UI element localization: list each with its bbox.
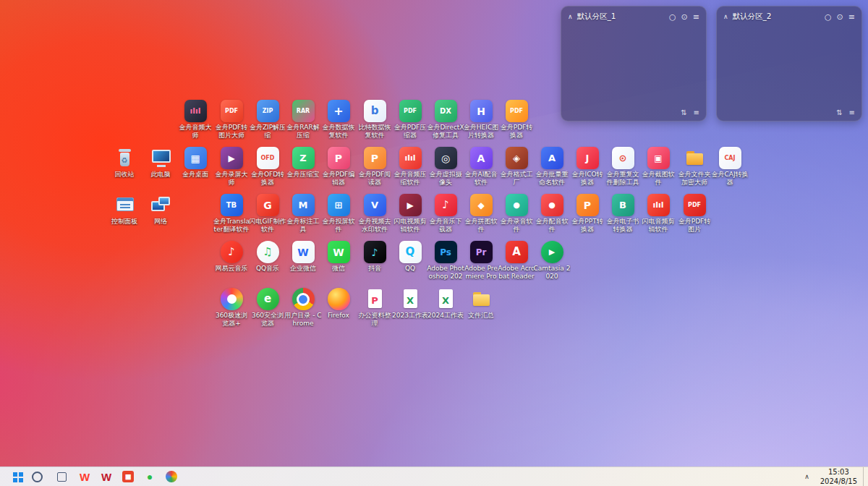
desktop-icon[interactable]: M 金舟标注工具 xyxy=(284,194,322,234)
desktop-icon-acrobat[interactable]: A Adobe Acrobat Reader xyxy=(498,241,535,281)
desktop-icon[interactable]: V 金舟视频去水印软件 xyxy=(356,194,393,234)
desktop-icon-wechat[interactable]: W 微信 xyxy=(320,241,357,273)
desktop-icon[interactable]: ▣ 金舟截图软件 xyxy=(639,147,677,187)
desktop-icon[interactable]: 金舟文件夹加密大师 xyxy=(676,147,713,187)
desktop-icon[interactable]: + 金舟数据恢复软件 xyxy=(320,100,357,140)
colorful-browser-icon xyxy=(166,471,177,482)
desktop-icon[interactable]: ▦ 金舟桌面 xyxy=(176,147,214,179)
app-icon: b xyxy=(364,100,386,122)
desktop-icon-label: 金舟音频大师 xyxy=(176,124,214,140)
panel-locate-icon[interactable]: ⊙ xyxy=(681,12,688,22)
desktop-icon-wecom[interactable]: W 企业微信 xyxy=(284,241,322,273)
desktop-icon-douyin[interactable]: ♪ 抖音 xyxy=(356,241,393,273)
taskbar-wps-office-button[interactable]: W xyxy=(95,467,117,486)
desktop-icon[interactable]: H 金舟HEIC图片转换器 xyxy=(462,100,500,140)
desktop-icon[interactable]: RAR 金舟RAR解压缩 xyxy=(284,100,322,140)
desktop-icon[interactable]: ◎ 金舟虚拟摄像头 xyxy=(427,147,464,187)
desktop-icon[interactable]: ▶ 闪电视频剪辑软件 xyxy=(391,194,429,234)
green-browser-icon: ● xyxy=(147,471,153,482)
desktop-icon[interactable]: P 办公资料整理 xyxy=(356,288,393,328)
desktop-icon-qq-music[interactable]: ♫ QQ音乐 xyxy=(249,241,286,273)
taskbar-wps-writer-button[interactable]: W xyxy=(74,467,95,486)
desktop-icon[interactable]: ılıl 金舟音频大师 xyxy=(176,100,214,140)
desktop-icon-label: 企业微信 xyxy=(284,265,322,273)
taskbar-colorful-browser-button[interactable] xyxy=(161,467,182,486)
desktop-icon-browser-360-speed[interactable]: 360极速浏览器+ xyxy=(213,288,250,328)
search-button[interactable] xyxy=(25,467,49,486)
desktop-icon[interactable]: TB 金舟Translater翻译软件 xyxy=(213,194,250,234)
desktop-icon-premiere[interactable]: Pr Adobe Premiere Pro xyxy=(462,241,500,281)
desktop-icon[interactable]: ZIP 金舟ZIP解压缩 xyxy=(249,100,286,140)
desktop-icon[interactable]: B 金舟电子书转换器 xyxy=(604,194,642,234)
taskbar-red-app-button[interactable]: ▦ xyxy=(117,467,139,486)
desktop-icon[interactable]: ◆ 金舟拼图软件 xyxy=(462,194,500,234)
desktop-icon[interactable]: OFD 金舟OFD转换器 xyxy=(249,147,286,187)
desktop-icon[interactable]: ◈ 金舟格式工厂 xyxy=(498,147,535,187)
desktop-icon[interactable]: b 比特数据恢复软件 xyxy=(356,100,393,140)
desktop-icon-browser-360-safe[interactable]: e 360安全浏览器 xyxy=(249,288,286,328)
desktop-icon[interactable]: P 金舟PPT转换器 xyxy=(569,194,606,234)
show-desktop-button[interactable] xyxy=(863,467,868,486)
desktop-icon-chrome[interactable]: 用户目录 - Chrome xyxy=(284,288,322,328)
desktop-icon[interactable]: G 闪电GIF制作软件 xyxy=(249,194,286,234)
desktop-icon[interactable]: P 金舟PDF编辑器 xyxy=(320,147,357,187)
desktop-icon[interactable]: ● 金舟配音软件 xyxy=(533,194,571,234)
desktop-icon[interactable]: A 金舟批量重命名软件 xyxy=(533,147,571,187)
panel-layout-icon[interactable]: ≡ xyxy=(849,108,855,116)
desktop-icon[interactable]: DX 金舟DirectX修复工具 xyxy=(427,100,464,140)
desktop-icon[interactable]: ⊙ 金舟重复文件删除工具 xyxy=(604,147,642,187)
partition-panel-1[interactable]: ∧ 默认分区_1 ○ ⊙ ≡ ⇅ ≡ xyxy=(561,6,707,122)
desktop-icon[interactable]: 文件汇总 xyxy=(462,288,500,320)
desktop-icon[interactable]: ● 金舟录音软件 xyxy=(498,194,535,234)
desktop-icon[interactable]: X 2023工作表 xyxy=(391,288,429,320)
desktop-icon[interactable]: PDF 金舟PDF转图片大师 xyxy=(213,100,250,140)
desktop-icon[interactable]: PDF 金舟PDF转换器 xyxy=(498,100,535,140)
task-view-button[interactable] xyxy=(49,467,74,486)
panel-sort-icon[interactable]: ⇅ xyxy=(681,108,686,116)
partition-panel-header: ∧ 默认分区_2 ○ ⊙ ≡ xyxy=(717,7,861,22)
partition-panel-2[interactable]: ∧ 默认分区_2 ○ ⊙ ≡ ⇅ ≡ xyxy=(716,6,862,122)
taskbar-green-browser-button[interactable]: ● xyxy=(139,467,161,486)
desktop-icon[interactable]: ılıl 金舟音频压缩软件 xyxy=(391,147,429,187)
desktop-icon-recycle-bin[interactable]: ♻ 回收站 xyxy=(106,147,143,179)
desktop-icon[interactable]: ılıl 闪电音频剪辑软件 xyxy=(639,194,677,234)
panel-locate-icon[interactable]: ⊙ xyxy=(837,12,843,22)
panel-menu-icon[interactable]: ≡ xyxy=(693,12,699,22)
desktop-icon[interactable]: J 金舟ICO转换器 xyxy=(569,147,606,187)
desktop-icon[interactable]: CAJ 金舟CAJ转换器 xyxy=(711,147,749,187)
desktop-icon-netease-music[interactable]: ♪ 网易云音乐 xyxy=(213,241,250,273)
panel-menu-icon[interactable]: ≡ xyxy=(848,12,855,22)
desktop-icon-photoshop[interactable]: Ps Adobe Photoshop 2020 xyxy=(427,241,464,281)
panel-ghost-icon[interactable]: ○ xyxy=(825,12,832,22)
desktop-icon[interactable]: ♪ 金舟音乐下载器 xyxy=(427,194,464,234)
qq-icon: Q xyxy=(399,241,422,263)
chrome-icon xyxy=(292,288,315,310)
collapse-chevron-icon[interactable]: ∧ xyxy=(568,13,573,20)
desktop-icon-control-panel[interactable]: 控制面板 xyxy=(106,194,143,226)
panel-ghost-icon[interactable]: ○ xyxy=(669,12,676,22)
desktop-icon[interactable]: ⊞ 金舟投屏软件 xyxy=(320,194,357,234)
desktop-icon-camtasia[interactable]: ▶ Camtasia 2020 xyxy=(533,241,571,281)
desktop-icon-label: 360安全浏览器 xyxy=(249,312,286,328)
start-button[interactable] xyxy=(0,467,25,486)
desktop-icon-this-pc[interactable]: 此电脑 xyxy=(142,147,179,179)
desktop-icon[interactable]: A 金舟AI配音软件 xyxy=(462,147,500,187)
panel-sort-icon[interactable]: ⇅ xyxy=(836,108,842,116)
collapse-chevron-icon[interactable]: ∧ xyxy=(723,13,728,20)
desktop-icon[interactable]: P 金舟PDF阅读器 xyxy=(356,147,393,187)
desktop-icon[interactable]: ▶ 金舟录屏大师 xyxy=(213,147,250,187)
tray-chevron-icon[interactable]: ∧ xyxy=(799,473,814,480)
panel-layout-icon[interactable]: ≡ xyxy=(694,108,699,116)
desktop-wallpaper[interactable]: ılıl 金舟音频大师 PDF 金舟PDF转图片大师 ZIP 金舟ZIP解压缩 … xyxy=(0,0,868,486)
desktop-icon[interactable]: PDF 金舟PDF压缩器 xyxy=(391,100,429,140)
desktop-icon-network[interactable]: 网络 xyxy=(142,194,179,226)
desktop-icon[interactable]: Z 金舟压缩宝 xyxy=(284,147,322,179)
desktop-icon[interactable]: X 2024工作表 xyxy=(427,288,464,320)
app-icon: ZIP xyxy=(257,100,279,122)
taskbar-clock[interactable]: 15:03 2024/8/15 xyxy=(814,467,863,486)
desktop-icon-label: 金舟音频压缩软件 xyxy=(391,171,429,187)
desktop-icon-firefox[interactable]: Firefox xyxy=(320,288,357,320)
desktop-icon-qq[interactable]: Q QQ xyxy=(391,241,429,273)
app-icon: TB xyxy=(221,194,243,216)
desktop-icon[interactable]: PDF 金舟PDF转图片 xyxy=(676,194,713,234)
